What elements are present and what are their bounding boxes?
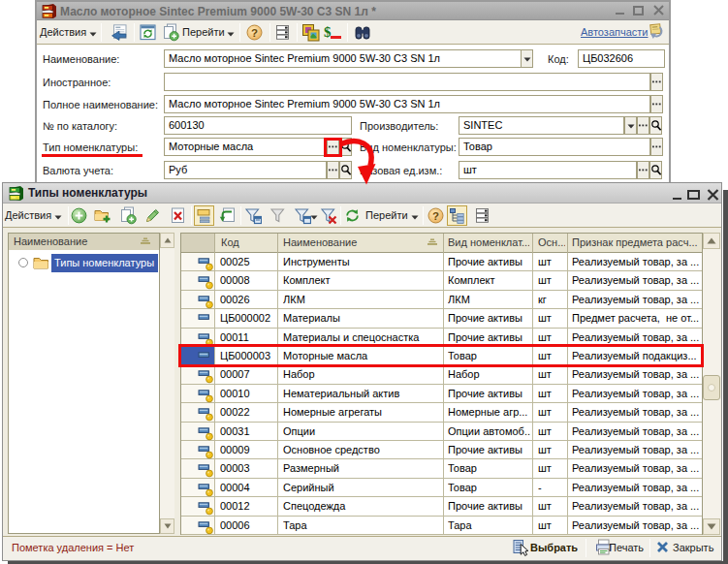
svg-text:$: $ [324, 24, 332, 40]
svg-text:?: ? [432, 210, 439, 222]
svg-text:?: ? [251, 27, 258, 39]
